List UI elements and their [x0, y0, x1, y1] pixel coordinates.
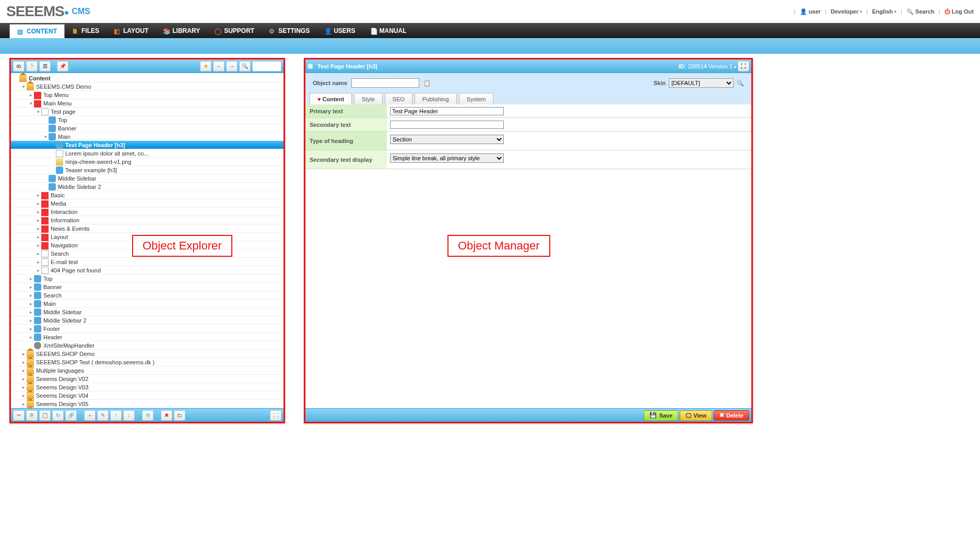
nav-tab-settings[interactable]: ⚙SETTINGS [262, 23, 317, 38]
object-name-input[interactable] [351, 78, 419, 88]
tree-node[interactable]: ▸Footer [11, 325, 284, 333]
copy-name-icon[interactable]: 📋 [423, 80, 431, 87]
pin-button[interactable]: 📌 [57, 61, 68, 72]
tree-node[interactable]: Test Page Header [h3] [11, 141, 284, 149]
view-button[interactable]: 🖵 View [680, 410, 712, 421]
toggle-icon[interactable]: ▸ [35, 193, 41, 198]
toggle-icon[interactable]: ▾ [35, 109, 41, 114]
nav-tab-support[interactable]: ◯SUPPORT [207, 23, 262, 38]
toggle-icon[interactable]: ▸ [20, 393, 27, 398]
logout-button[interactable]: ⏻ Log Out [944, 8, 974, 15]
toggle-icon[interactable]: ▾ [42, 134, 49, 139]
toggle-icon[interactable]: ▸ [35, 259, 41, 265]
toggle-icon[interactable]: ▾ [20, 84, 27, 89]
toggle-icon[interactable]: ▸ [35, 209, 41, 215]
toggle-icon[interactable]: ▸ [28, 335, 34, 340]
chevron-down-icon[interactable]: ▾ [734, 65, 736, 69]
tree-mode-1-button[interactable]: └ [26, 61, 38, 72]
tree-node[interactable]: Middle Sidebar [11, 174, 284, 183]
tree-node[interactable]: ▸404 Page not found [11, 266, 284, 275]
toggle-icon[interactable]: ▸ [35, 243, 41, 248]
move-down-button[interactable]: ↓ [123, 410, 135, 421]
toggle-icon[interactable]: ▸ [28, 326, 34, 331]
tree-node[interactable]: ▸Basic [11, 191, 284, 199]
nav-tab-files[interactable]: 🗎FILES [65, 23, 107, 38]
tree-node[interactable]: ▸Media [11, 199, 284, 208]
id-toggle-button[interactable]: ID [13, 61, 25, 72]
tree-node[interactable]: ▾Test page [11, 108, 284, 116]
tab-style[interactable]: Style [354, 93, 382, 104]
tree-node[interactable]: ▸Middle Sidebar 2 [11, 316, 284, 325]
primary-text-input[interactable] [390, 107, 504, 115]
tree-node[interactable]: ▸Information [11, 216, 284, 224]
skin-preview-icon[interactable]: 🔍 [737, 80, 744, 87]
toggle-icon[interactable]: ▸ [28, 301, 34, 306]
toggle-icon[interactable]: ▸ [20, 376, 27, 382]
tree-node[interactable]: Content [11, 74, 284, 82]
language-dropdown[interactable]: English ▾ [872, 8, 896, 15]
cut-button[interactable]: ✂ [13, 410, 25, 421]
tree-node[interactable]: ▸News & Events [11, 224, 284, 233]
toggle-icon[interactable]: ▸ [35, 234, 41, 240]
secondary-display-select[interactable]: Simple line break, all primary style [390, 153, 504, 163]
tree-node[interactable]: Lorem ipsum dolor sit amet, co... [11, 149, 284, 158]
tree-node[interactable]: ▸E-mail test [11, 258, 284, 266]
toggle-icon[interactable]: ▸ [28, 284, 34, 290]
link-button[interactable]: 🔗 [65, 410, 77, 421]
tree-node[interactable]: ▸Top Menu [11, 91, 284, 99]
toggle-icon[interactable]: ▸ [28, 318, 34, 323]
tab-seo[interactable]: SEO [385, 93, 412, 104]
toggle-icon[interactable]: ▸ [28, 276, 34, 281]
tree-node[interactable]: ▸Main [11, 300, 284, 308]
tree-node[interactable]: Middle Sidebar 2 [11, 183, 284, 191]
tree-node[interactable]: ▸Seeems Design V05 [11, 400, 284, 408]
maximize-button[interactable]: ⛶ [738, 61, 749, 72]
secondary-text-input[interactable] [390, 121, 504, 129]
tree-node[interactable]: ▾Main Menu [11, 99, 284, 108]
user-button[interactable]: 👤 user [800, 8, 821, 15]
tree-node[interactable]: Banner [11, 124, 284, 133]
toggle-icon[interactable]: ▸ [35, 218, 41, 223]
heading-type-select[interactable]: Section [390, 135, 504, 144]
tree-node[interactable]: ▸Header [11, 333, 284, 341]
favorite-button[interactable]: ★ [200, 61, 211, 72]
tree-node[interactable]: ▸Interaction [11, 208, 284, 216]
tree-node[interactable]: ▸Seeems Design V04 [11, 391, 284, 400]
toggle-icon[interactable]: ▸ [35, 201, 41, 206]
search-button[interactable]: 🔍 Search [906, 8, 935, 15]
toggle-icon[interactable]: ▾ [28, 101, 34, 106]
toggle-icon[interactable]: ▸ [20, 351, 27, 356]
toggle-icon[interactable]: ▸ [28, 310, 34, 315]
search-tree-input[interactable] [252, 61, 281, 72]
toggle-icon[interactable]: ▸ [35, 251, 41, 256]
add-button[interactable]: ＋ [84, 410, 96, 421]
delete-tree-button[interactable]: ✖ [161, 410, 172, 421]
tree-node[interactable]: ▸Top [11, 275, 284, 283]
tree-node[interactable]: ▾SEEEMS.CMS Demo [11, 82, 284, 91]
tree-node[interactable]: ▸SEEEMS.SHOP Test ( demoshop.seeems.dk ) [11, 358, 284, 366]
save-button[interactable]: 💾 Save [644, 410, 678, 421]
move-up-button[interactable]: ↑ [110, 410, 122, 421]
tree-node[interactable]: Teaser example [h3] [11, 166, 284, 174]
skin-select[interactable]: [DEFAULT] [669, 78, 734, 88]
tab-content[interactable]: ♥Content [310, 93, 352, 104]
copy-button[interactable]: ⎘ [26, 410, 38, 421]
nav-tab-library[interactable]: 📚LIBRARY [156, 23, 207, 38]
tree-node[interactable]: ▸Search [11, 291, 284, 300]
tree-mode-2-button[interactable]: ☰ [39, 61, 51, 72]
toggle-icon[interactable]: ▸ [28, 293, 34, 298]
toggle-icon[interactable]: ▸ [35, 226, 41, 231]
toggle-icon[interactable]: ▸ [20, 401, 27, 407]
tree-node[interactable]: ▸Multiple languages [11, 366, 284, 375]
paste-button[interactable]: 📋 [39, 410, 51, 421]
nav-tab-users[interactable]: 👤USERS [317, 23, 362, 38]
tree-node[interactable]: ▸Middle Sidebar [11, 308, 284, 316]
toggle-icon[interactable]: ▸ [20, 368, 27, 373]
expand-button[interactable]: ⛶ [270, 410, 281, 421]
tab-system[interactable]: System [459, 93, 494, 104]
tree-node[interactable]: ▾Main [11, 133, 284, 141]
edit-button[interactable]: ✎ [97, 410, 109, 421]
nav-forward-button[interactable]: → [226, 61, 238, 72]
tree-node[interactable]: XmlSiteMapHandler [11, 341, 284, 350]
nav-tab-manual[interactable]: 📄MANUAL [363, 23, 414, 38]
